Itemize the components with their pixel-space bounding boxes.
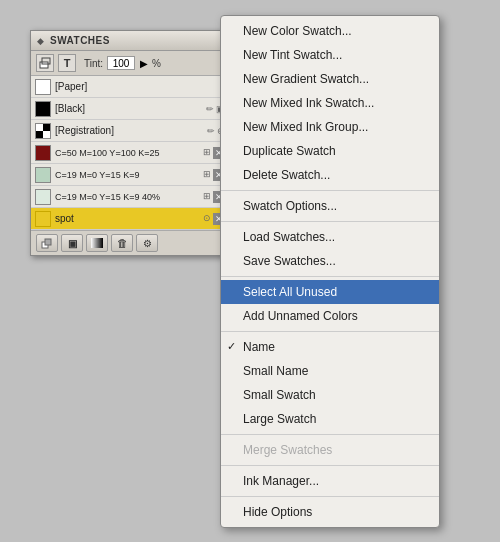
new-swatch-icon	[40, 236, 54, 250]
menu-separator-6	[221, 465, 439, 466]
swatch-name-cmyk2: C=19 M=0 Y=15 K=9	[55, 170, 203, 180]
tint-arrow[interactable]: ▶	[140, 58, 148, 69]
swatch-name-cmyk3: C=19 M=0 Y=15 K=9 40%	[55, 192, 203, 202]
menu-item-name[interactable]: Name	[221, 335, 439, 359]
new-swatch-button[interactable]	[36, 234, 58, 252]
swatch-name-cmyk1: C=50 M=100 Y=100 K=25	[55, 148, 203, 158]
menu-item-load-swatches[interactable]: Load Swatches...	[221, 225, 439, 249]
swatch-color-spot	[35, 211, 51, 227]
gradient-button[interactable]	[86, 234, 108, 252]
menu-separator-5	[221, 434, 439, 435]
swatch-color-cmyk2	[35, 167, 51, 183]
menu-item-duplicate-swatch[interactable]: Duplicate Swatch	[221, 139, 439, 163]
swatch-list: [Paper] [Black] ✏ ▣ [Registration] ✏ ⊕ C…	[31, 76, 229, 230]
menu-item-new-mixed-ink-group[interactable]: New Mixed Ink Group...	[221, 115, 439, 139]
menu-item-new-gradient-swatch[interactable]: New Gradient Swatch...	[221, 67, 439, 91]
svg-rect-3	[45, 239, 51, 245]
context-menu: New Color Swatch... New Tint Swatch... N…	[220, 15, 440, 528]
panel-toolbar: T Tint: ▶ %	[31, 51, 229, 76]
menu-item-large-swatch[interactable]: Large Swatch	[221, 407, 439, 431]
grid-icon-cmyk1: ⊞	[203, 147, 211, 159]
panel-title: SWATCHES	[50, 35, 223, 46]
menu-separator-4	[221, 331, 439, 332]
menu-item-small-swatch[interactable]: Small Swatch	[221, 383, 439, 407]
delete-button[interactable]: 🗑	[111, 234, 133, 252]
swatch-name-spot: spot	[55, 213, 203, 224]
menu-item-new-mixed-ink-swatch[interactable]: New Mixed Ink Swatch...	[221, 91, 439, 115]
color-mode-icon[interactable]	[36, 54, 54, 72]
menu-item-merge-swatches: Merge Swatches	[221, 438, 439, 462]
panel-triangle-icon: ◆	[37, 36, 44, 46]
fill-stroke-icon	[38, 56, 52, 70]
swatch-color-cmyk1	[35, 145, 51, 161]
pencil-icon-reg: ✏	[207, 126, 215, 136]
swatch-name-paper: [Paper]	[55, 81, 225, 92]
panel-footer: ▣ 🗑 ⚙	[31, 230, 229, 255]
menu-separator-2	[221, 221, 439, 222]
swatch-row-paper[interactable]: [Paper]	[31, 76, 229, 98]
grid-icon-cmyk2: ⊞	[203, 169, 211, 181]
svg-rect-0	[40, 62, 48, 68]
menu-item-add-unnamed-colors[interactable]: Add Unnamed Colors	[221, 304, 439, 328]
swatch-color-cmyk3	[35, 189, 51, 205]
menu-item-hide-options[interactable]: Hide Options	[221, 500, 439, 524]
swatch-row-cmyk3[interactable]: C=19 M=0 Y=15 K=9 40% ⊞ ✕	[31, 186, 229, 208]
menu-item-save-swatches[interactable]: Save Swatches...	[221, 249, 439, 273]
menu-separator-7	[221, 496, 439, 497]
tint-label: Tint:	[84, 58, 103, 69]
swatches-panel: ◆ SWATCHES T Tint: ▶ % [Paper] [Black] ✏…	[30, 30, 230, 256]
swatch-color-paper	[35, 79, 51, 95]
spot-icon: ⊙	[203, 213, 211, 225]
menu-item-ink-manager[interactable]: Ink Manager...	[221, 469, 439, 493]
menu-item-delete-swatch[interactable]: Delete Swatch...	[221, 163, 439, 187]
panel-header: ◆ SWATCHES	[31, 31, 229, 51]
menu-item-new-tint-swatch[interactable]: New Tint Swatch...	[221, 43, 439, 67]
tint-percent: %	[152, 58, 161, 69]
swatch-row-cmyk2[interactable]: C=19 M=0 Y=15 K=9 ⊞ ✕	[31, 164, 229, 186]
swatch-row-cmyk1[interactable]: C=50 M=100 Y=100 K=25 ⊞ ✕	[31, 142, 229, 164]
swatch-row-black[interactable]: [Black] ✏ ▣	[31, 98, 229, 120]
new-color-button[interactable]: ▣	[61, 234, 83, 252]
grid-icon-cmyk3: ⊞	[203, 191, 211, 203]
gradient-icon	[91, 238, 103, 248]
menu-separator-3	[221, 276, 439, 277]
menu-item-select-all-unused[interactable]: Select All Unused	[221, 280, 439, 304]
menu-separator-1	[221, 190, 439, 191]
menu-item-new-color-swatch[interactable]: New Color Swatch...	[221, 19, 439, 43]
swatch-color-black	[35, 101, 51, 117]
menu-item-small-name[interactable]: Small Name	[221, 359, 439, 383]
swatch-color-registration	[35, 123, 51, 139]
options-button[interactable]: ⚙	[136, 234, 158, 252]
swatch-row-registration[interactable]: [Registration] ✏ ⊕	[31, 120, 229, 142]
swatch-name-black: [Black]	[55, 103, 206, 114]
pencil-icon: ✏	[206, 104, 214, 114]
tint-input[interactable]	[107, 56, 135, 70]
text-mode-icon[interactable]: T	[58, 54, 76, 72]
menu-item-swatch-options[interactable]: Swatch Options...	[221, 194, 439, 218]
swatch-name-registration: [Registration]	[55, 125, 207, 136]
swatch-row-spot[interactable]: spot ⊙ ✕	[31, 208, 229, 230]
